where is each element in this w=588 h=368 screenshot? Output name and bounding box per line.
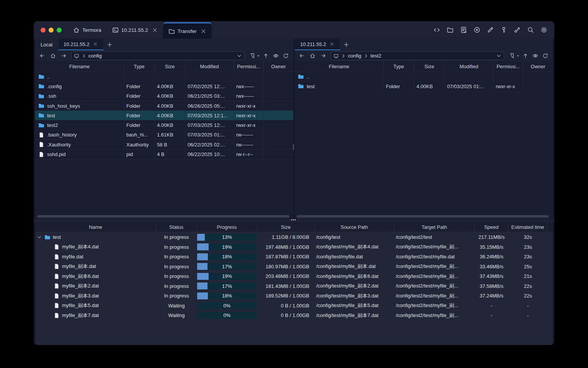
back-button[interactable] [38,52,47,60]
left-pane-tab-10-211-55-2[interactable]: 10.211.55.2 [58,39,104,50]
upload-button[interactable] [521,52,530,60]
vertical-splitter-handle[interactable]: ••• [293,145,294,150]
transfer-column-name[interactable]: Name [35,222,156,232]
transfer-status: In progress [156,291,197,301]
show-hidden-button[interactable] [531,52,540,60]
column-header-filename[interactable]: Filename [35,61,124,72]
code-button[interactable] [433,26,441,34]
chevron-down-icon[interactable] [237,53,242,59]
file-size: 58 B [155,140,185,149]
left-breadcrumb-field[interactable]: config [71,51,245,60]
bookmark-button[interactable] [248,52,257,60]
forward-button[interactable] [59,52,68,60]
horizontal-scrollbar-thumb[interactable] [37,215,289,218]
home-button[interactable] [308,52,317,60]
file-row[interactable]: sshd.pidpid4 B06/22/2025 10:...rw-r--r-- [35,150,293,159]
transfer-row[interactable]: myfile_副本3.datIn progress18%189.52MB / 1… [35,291,553,301]
horizontal-splitter[interactable]: ••• [34,219,554,222]
close-icon[interactable] [152,27,158,33]
file-row[interactable]: .bash_historybash_hi...1.61KB07/03/2025 … [35,130,293,140]
close-icon[interactable] [93,41,98,47]
keychain-button[interactable] [513,26,521,34]
column-header-size[interactable]: Size [155,61,185,72]
column-header-owner[interactable]: Owner [264,61,293,72]
back-button[interactable] [297,52,306,60]
left-pane-new-tab-button[interactable] [104,39,116,50]
breadcrumb-segment[interactable]: config [348,53,361,59]
close-icon[interactable] [329,41,335,47]
transfer-row[interactable]: myfile_副本7.datWaiting0%0 B / 1.00GB/conf… [35,310,553,320]
breadcrumb-segment[interactable]: test2 [371,53,381,59]
traffic-light-zoom[interactable] [57,28,62,33]
caret-down-icon[interactable] [256,54,260,58]
file-row[interactable]: .sshFolder4.00KB06/21/2025 03:...rwx----… [35,92,293,101]
transfer-column-progress[interactable]: Progress [197,222,257,232]
right-breadcrumb-field[interactable]: configtest2 [331,51,504,60]
transfer-row[interactable]: myfile_副本.datIn progress17%180.97MB / 1.… [35,262,553,272]
right-pane-new-tab-button[interactable] [340,39,353,50]
refresh-button[interactable] [281,52,290,60]
column-header-type[interactable]: Type [124,61,155,72]
transfer-column-speed[interactable]: Speed [475,222,508,232]
home-button[interactable] [48,52,57,60]
column-header-filename[interactable]: Filename [295,61,384,72]
new-tab-button[interactable] [212,21,225,39]
column-header-permissi-[interactable]: Permissi... [234,61,264,72]
close-icon[interactable] [200,28,207,34]
file-row[interactable]: test2Folder4.00KB07/03/2025 12:...rwxr-x… [35,120,293,130]
column-header-owner[interactable]: Owner [523,61,553,72]
file-row[interactable]: ssh_host_keysFolder4.00KB06/26/2025 05:.… [35,101,293,111]
file-row[interactable]: .configFolder4.00KB07/02/2025 12:...rwx-… [35,82,293,91]
horizontal-scrollbar-thumb[interactable] [297,215,549,218]
transfer-column-size[interactable]: Size [257,222,315,232]
horizontal-splitter-handle[interactable]: ••• [291,218,296,222]
file-row[interactable]: .XauthorityXauthority58 B06/22/2025 02:.… [35,140,293,150]
show-hidden-button[interactable] [271,52,280,60]
left-pane-tab-local[interactable]: Local [35,39,58,50]
traffic-light-minimize[interactable] [49,28,54,33]
file-row[interactable]: testFolder4.00KB07/03/2025 12:1...rwxr-x… [35,111,293,120]
transfer-row[interactable]: testIn progress13%1.11GB / 8.00GB/config… [35,232,553,242]
transfer-column-estimated-time[interactable]: Estimated time [508,222,547,232]
file-row[interactable]: .. [35,72,293,82]
progress-percent: 17% [197,283,257,289]
transfer-column-status[interactable]: Status [156,222,197,232]
file-row[interactable]: .. [295,72,553,82]
column-header-permissi-[interactable]: Permissi... [493,61,523,72]
column-header-modified[interactable]: Modified [185,61,234,72]
transfer-row[interactable]: myfile_副本2.datIn progress17%181.43MB / 1… [35,281,553,291]
breadcrumb-segment[interactable]: config [88,53,102,59]
transfer-row[interactable]: myfile_副本5.datWaiting0%0 B / 1.00GB/conf… [35,301,553,311]
chevron-down-icon[interactable] [496,53,501,59]
search-button[interactable] [526,26,535,34]
refresh-button[interactable] [541,52,550,60]
transfer-column-source-path[interactable]: Source Path [315,222,394,232]
edit-button[interactable] [486,26,495,34]
settings-button[interactable] [540,26,548,34]
column-header-type[interactable]: Type [384,61,414,72]
right-pane-tab-10-211-55-2[interactable]: 10.211.55.2 [295,39,340,50]
record-button[interactable] [473,26,481,34]
traffic-light-close[interactable] [41,28,46,33]
transfer-column-target-path[interactable]: Target Path [394,222,475,232]
folder-icon [38,112,44,118]
log-button[interactable] [459,26,468,34]
titlebar-tab-10-211-55-2[interactable]: 10.211.55.2 [107,21,163,39]
column-header-modified[interactable]: Modified [445,61,493,72]
file-row[interactable]: testFolder4.00KB07/03/2025 01:...rwxr-xr… [295,82,553,91]
transfer-progress-cell: 17% [197,281,257,291]
transfer-row[interactable]: myfile_副本6.datIn progress19%203.48MB / 1… [35,271,553,281]
titlebar-tab-termora[interactable]: Termora [68,21,107,39]
transfer-row[interactable]: myfile.datIn progress18%187.87MB / 1.00G… [35,252,553,262]
right-pane-tab-bar: 10.211.55.2 [295,39,553,50]
transfer-row[interactable]: myfile_副本4.datIn progress19%197.48MB / 1… [35,242,553,252]
column-header-size[interactable]: Size [414,61,445,72]
expand-chevron-icon[interactable] [37,235,42,240]
upload-button[interactable] [261,52,270,60]
titlebar-tab-transfer[interactable]: Transfer [163,22,212,39]
bookmark-button[interactable] [507,52,516,60]
folder-button[interactable] [446,26,454,34]
caret-down-icon[interactable] [516,54,520,58]
forward-button[interactable] [318,52,328,60]
key-button[interactable] [500,26,508,34]
